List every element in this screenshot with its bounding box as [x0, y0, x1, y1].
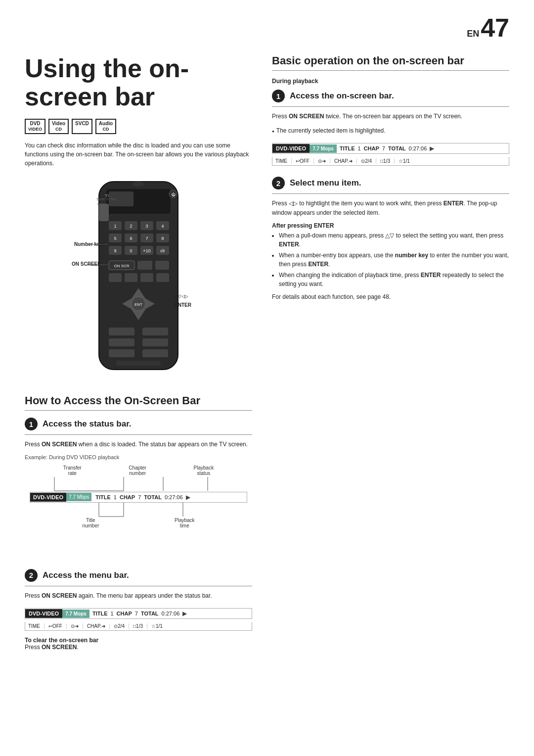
basic-step2-title: Select menu item. — [290, 178, 361, 188]
step2-header: 2 Access the menu bar. — [25, 569, 252, 586]
basic-step1-status-bar: DVD-VIDEO 7.7 Mops TITLE 1 CHAP 7 TOTAL … — [272, 143, 509, 154]
diag-dvd-label: DVD-VIDEO — [30, 493, 66, 502]
bullet-3: When changing the indication of playback… — [279, 271, 509, 288]
diag-bar-content: TITLE 1 CHAP 7 TOTAL 0:27:06 ▶ — [91, 492, 247, 502]
svg-text:5: 5 — [114, 236, 116, 241]
annot-transfer: Transfer rate — [63, 465, 82, 476]
svg-rect-7 — [99, 204, 109, 221]
annot-title: Title number — [82, 518, 99, 528]
svg-rect-50 — [109, 338, 134, 346]
basic-step1-num: 1 — [272, 90, 285, 102]
menu-circle-arrow: ⊙➜ — [71, 623, 83, 629]
basic-menu-circle: ⊙➜ — [318, 158, 330, 164]
bullet-1: When a pull-down menu appears, press △▽ … — [279, 231, 509, 249]
svg-text:9: 9 — [114, 248, 116, 253]
svg-rect-36 — [137, 261, 152, 270]
step2-body: Press ON SCREEN again. The menu bar appe… — [25, 591, 252, 601]
basic-step1-menu-bar: TIME ↩OFF ⊙➜ CHAP.➜ ⊙2/4 □1/3 ☆1/1 — [272, 157, 509, 166]
basic-step2-body1: Press ◁▷ to hightlight the item you want… — [272, 199, 509, 217]
svg-rect-48 — [109, 328, 134, 335]
format-badges: DVD VIDEO Video CD SVCD Audio CD — [25, 119, 252, 134]
basic-step1-body1: Press ON SCREEN twice. The on-screen bar… — [272, 112, 509, 121]
svg-rect-38 — [109, 273, 122, 282]
svg-rect-54 — [116, 361, 161, 366]
step2-menu-bar: TIME ↩OFF ⊙➜ CHAP.➜ ⊙2/4 □1/3 ☆1/1 — [25, 622, 252, 631]
svg-text:7: 7 — [145, 236, 148, 241]
basic-step2-num: 2 — [272, 177, 285, 189]
svg-text:ON SCR: ON SCR — [114, 264, 129, 268]
step2-bar-content: TITLE 1 CHAP 7 TOTAL 0:27:06 ▶ — [89, 609, 252, 618]
menu-star-11: ☆1/1 — [151, 623, 167, 629]
en-label: EN — [467, 29, 479, 39]
basic-step1: 1 Access the on-screen bar. Press ON SCR… — [272, 90, 509, 166]
svg-text:ENT: ENT — [134, 302, 142, 307]
example-label: Example: During DVD VIDEO playback — [25, 454, 252, 460]
menu-circle-24: ⊙2/4 — [114, 623, 129, 629]
step1-body: Press ON SCREEN when a disc is loaded. T… — [25, 440, 252, 449]
annot-playback-status: Playback status — [194, 465, 214, 476]
to-clear-section: To clear the on-screen bar Press ON SCRE… — [25, 637, 252, 651]
basic-step1-title: Access the on-screen bar. — [290, 91, 394, 101]
step2-num: 2 — [25, 569, 38, 582]
badge-audio-cd: Audio CD — [95, 119, 116, 134]
during-playback-label: During playback — [272, 78, 509, 85]
basic-menu-off: ↩OFF — [296, 158, 314, 164]
basic-menu-24: ⊙2/4 — [361, 158, 376, 164]
right-column: Basic operation on the on-screen bar Dur… — [272, 54, 509, 662]
svg-rect-51 — [142, 338, 168, 346]
svg-text:2: 2 — [130, 224, 132, 229]
details-ref: For details about each function, see pag… — [272, 293, 509, 300]
step1-title: Access the status bar. — [43, 419, 132, 429]
how-to-step2: 2 Access the menu bar. Press ON SCREEN a… — [25, 569, 252, 651]
annot-playtime: Playback time — [175, 518, 195, 528]
diagram-arrows-top — [25, 477, 252, 492]
svg-text:1: 1 — [114, 224, 116, 229]
bullet-2: When a number-entry box appears, use the… — [279, 251, 509, 269]
svg-text:△▽◁▷: △▽◁▷ — [175, 294, 188, 299]
basic-menu-13: □1/3 — [380, 158, 395, 164]
svg-point-6 — [133, 182, 144, 187]
menu-box-13: □1/3 — [133, 623, 147, 629]
svg-text:⏻: ⏻ — [171, 192, 176, 197]
svg-text:0: 0 — [130, 248, 132, 253]
svg-text:6: 6 — [130, 236, 132, 241]
after-pressing-bullets: When a pull-down menu appears, press △▽ … — [272, 231, 509, 288]
page-number: EN 47 — [467, 15, 509, 41]
svg-text:ON SCREEN: ON SCREEN — [72, 261, 101, 267]
basic-op-title: Basic operation on the on-screen bar — [272, 54, 509, 71]
menu-off: ↩OFF — [48, 623, 67, 629]
basic-menu-11: ☆1/1 — [399, 158, 414, 164]
menu-time: TIME — [28, 623, 44, 629]
basic-step1-bar-content: TITLE 1 CHAP 7 TOTAL 0:27:06 ▶ — [337, 143, 509, 153]
basic-menu-chap: CHAP.➜ — [334, 158, 357, 164]
intro-text: You can check disc information while the… — [25, 141, 252, 168]
svg-text:4: 4 — [161, 224, 164, 229]
svg-text:8: 8 — [161, 236, 164, 241]
badge-video-cd: Video CD — [48, 119, 69, 134]
how-to-title: How to Access the On-Screen Bar — [25, 394, 252, 411]
step2-status-bar: DVD-VIDEO 7.7 Mops TITLE 1 CHAP 7 TOTAL … — [25, 608, 252, 619]
main-title: Using the on-screen bar — [25, 54, 252, 111]
basic-menu-time: TIME — [275, 158, 292, 164]
badge-svcd: SVCD — [72, 119, 92, 134]
svg-rect-41 — [156, 273, 169, 282]
page-num: 47 — [481, 15, 509, 41]
step2-title: Access the menu bar. — [43, 570, 129, 580]
svg-rect-49 — [142, 328, 168, 335]
svg-rect-39 — [125, 273, 137, 282]
diag-status-bar: DVD-VIDEO 7.7 Mbps TITLE 1 CHAP 7 TOTAL … — [30, 492, 247, 503]
svg-text:+10: +10 — [143, 248, 150, 253]
svg-text:3: 3 — [145, 224, 148, 229]
svg-text:Slide to the: Slide to the — [96, 197, 117, 201]
step1-num: 1 — [25, 418, 38, 430]
basic-step2-header: 2 Select menu item. — [272, 177, 509, 194]
svg-rect-53 — [142, 349, 168, 357]
how-to-step1: 1 Access the status bar. Press ON SCREEN… — [25, 418, 252, 558]
svg-rect-37 — [155, 261, 169, 270]
basic-step1-bullet1: The currently selected item is highlight… — [272, 126, 509, 136]
left-column: Using the on-screen bar DVD VIDEO Video … — [25, 54, 252, 662]
status-diagram: Transfer rate Chapter number Playback st… — [25, 465, 252, 558]
svg-text:ENTER: ENTER — [175, 302, 192, 308]
svg-rect-52 — [109, 349, 134, 357]
how-to-section: How to Access the On-Screen Bar 1 Access… — [25, 394, 252, 651]
